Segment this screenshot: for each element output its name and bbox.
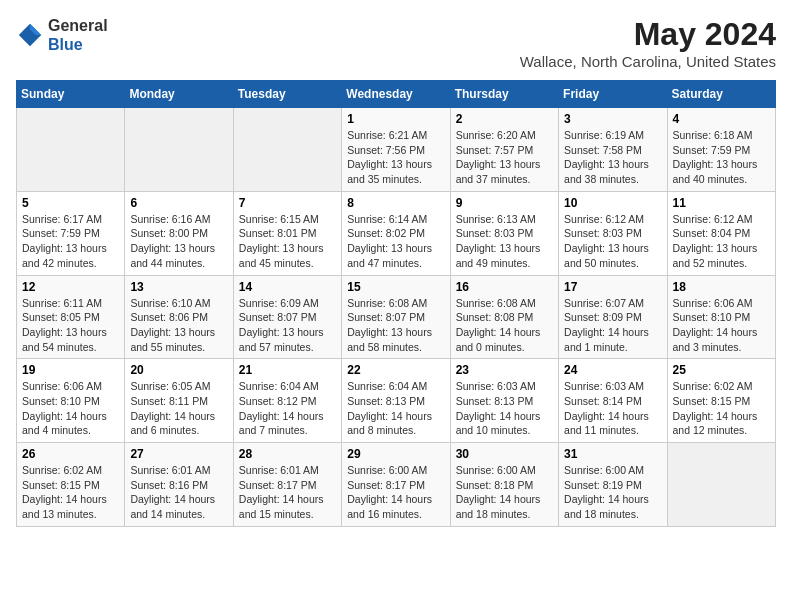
- day-number: 9: [456, 196, 553, 210]
- day-info: Sunrise: 6:17 AMSunset: 7:59 PMDaylight:…: [22, 212, 119, 271]
- day-number: 22: [347, 363, 444, 377]
- calendar-cell: 1Sunrise: 6:21 AMSunset: 7:56 PMDaylight…: [342, 108, 450, 192]
- day-info: Sunrise: 6:06 AMSunset: 8:10 PMDaylight:…: [22, 379, 119, 438]
- calendar-cell: 20Sunrise: 6:05 AMSunset: 8:11 PMDayligh…: [125, 359, 233, 443]
- calendar-cell: 29Sunrise: 6:00 AMSunset: 8:17 PMDayligh…: [342, 443, 450, 527]
- calendar-cell: 6Sunrise: 6:16 AMSunset: 8:00 PMDaylight…: [125, 191, 233, 275]
- day-header-tuesday: Tuesday: [233, 81, 341, 108]
- calendar-cell: 26Sunrise: 6:02 AMSunset: 8:15 PMDayligh…: [17, 443, 125, 527]
- day-info: Sunrise: 6:16 AMSunset: 8:00 PMDaylight:…: [130, 212, 227, 271]
- day-header-saturday: Saturday: [667, 81, 775, 108]
- day-info: Sunrise: 6:01 AMSunset: 8:17 PMDaylight:…: [239, 463, 336, 522]
- calendar-cell: 30Sunrise: 6:00 AMSunset: 8:18 PMDayligh…: [450, 443, 558, 527]
- day-header-sunday: Sunday: [17, 81, 125, 108]
- day-info: Sunrise: 6:12 AMSunset: 8:04 PMDaylight:…: [673, 212, 770, 271]
- day-number: 5: [22, 196, 119, 210]
- day-number: 31: [564, 447, 661, 461]
- day-info: Sunrise: 6:00 AMSunset: 8:19 PMDaylight:…: [564, 463, 661, 522]
- calendar-cell: [233, 108, 341, 192]
- calendar-cell: 15Sunrise: 6:08 AMSunset: 8:07 PMDayligh…: [342, 275, 450, 359]
- day-number: 8: [347, 196, 444, 210]
- title-block: May 2024 Wallace, North Carolina, United…: [520, 16, 776, 70]
- day-info: Sunrise: 6:08 AMSunset: 8:08 PMDaylight:…: [456, 296, 553, 355]
- day-info: Sunrise: 6:21 AMSunset: 7:56 PMDaylight:…: [347, 128, 444, 187]
- day-info: Sunrise: 6:14 AMSunset: 8:02 PMDaylight:…: [347, 212, 444, 271]
- day-info: Sunrise: 6:08 AMSunset: 8:07 PMDaylight:…: [347, 296, 444, 355]
- day-number: 13: [130, 280, 227, 294]
- day-number: 20: [130, 363, 227, 377]
- calendar-cell: 22Sunrise: 6:04 AMSunset: 8:13 PMDayligh…: [342, 359, 450, 443]
- calendar-cell: 17Sunrise: 6:07 AMSunset: 8:09 PMDayligh…: [559, 275, 667, 359]
- calendar-cell: 2Sunrise: 6:20 AMSunset: 7:57 PMDaylight…: [450, 108, 558, 192]
- day-info: Sunrise: 6:12 AMSunset: 8:03 PMDaylight:…: [564, 212, 661, 271]
- day-info: Sunrise: 6:03 AMSunset: 8:13 PMDaylight:…: [456, 379, 553, 438]
- logo-general: General: [48, 17, 108, 34]
- calendar-cell: 31Sunrise: 6:00 AMSunset: 8:19 PMDayligh…: [559, 443, 667, 527]
- day-number: 26: [22, 447, 119, 461]
- logo-blue: Blue: [48, 36, 83, 53]
- day-number: 17: [564, 280, 661, 294]
- calendar-cell: 8Sunrise: 6:14 AMSunset: 8:02 PMDaylight…: [342, 191, 450, 275]
- day-info: Sunrise: 6:05 AMSunset: 8:11 PMDaylight:…: [130, 379, 227, 438]
- day-number: 30: [456, 447, 553, 461]
- day-header-friday: Friday: [559, 81, 667, 108]
- logo: General Blue: [16, 16, 108, 54]
- calendar-cell: [667, 443, 775, 527]
- calendar-header-row: SundayMondayTuesdayWednesdayThursdayFrid…: [17, 81, 776, 108]
- day-info: Sunrise: 6:00 AMSunset: 8:18 PMDaylight:…: [456, 463, 553, 522]
- day-number: 2: [456, 112, 553, 126]
- day-info: Sunrise: 6:10 AMSunset: 8:06 PMDaylight:…: [130, 296, 227, 355]
- day-header-wednesday: Wednesday: [342, 81, 450, 108]
- day-info: Sunrise: 6:02 AMSunset: 8:15 PMDaylight:…: [673, 379, 770, 438]
- calendar-cell: 25Sunrise: 6:02 AMSunset: 8:15 PMDayligh…: [667, 359, 775, 443]
- calendar-cell: 21Sunrise: 6:04 AMSunset: 8:12 PMDayligh…: [233, 359, 341, 443]
- calendar-cell: 24Sunrise: 6:03 AMSunset: 8:14 PMDayligh…: [559, 359, 667, 443]
- calendar-cell: 28Sunrise: 6:01 AMSunset: 8:17 PMDayligh…: [233, 443, 341, 527]
- day-number: 25: [673, 363, 770, 377]
- calendar-cell: 16Sunrise: 6:08 AMSunset: 8:08 PMDayligh…: [450, 275, 558, 359]
- logo-text: General Blue: [48, 16, 108, 54]
- day-info: Sunrise: 6:13 AMSunset: 8:03 PMDaylight:…: [456, 212, 553, 271]
- calendar-cell: 11Sunrise: 6:12 AMSunset: 8:04 PMDayligh…: [667, 191, 775, 275]
- calendar-cell: 14Sunrise: 6:09 AMSunset: 8:07 PMDayligh…: [233, 275, 341, 359]
- calendar-cell: 19Sunrise: 6:06 AMSunset: 8:10 PMDayligh…: [17, 359, 125, 443]
- day-number: 15: [347, 280, 444, 294]
- main-title: May 2024: [520, 16, 776, 53]
- day-number: 18: [673, 280, 770, 294]
- day-number: 6: [130, 196, 227, 210]
- calendar-cell: 12Sunrise: 6:11 AMSunset: 8:05 PMDayligh…: [17, 275, 125, 359]
- day-number: 10: [564, 196, 661, 210]
- location-subtitle: Wallace, North Carolina, United States: [520, 53, 776, 70]
- day-info: Sunrise: 6:19 AMSunset: 7:58 PMDaylight:…: [564, 128, 661, 187]
- day-number: 27: [130, 447, 227, 461]
- day-info: Sunrise: 6:06 AMSunset: 8:10 PMDaylight:…: [673, 296, 770, 355]
- calendar-cell: [17, 108, 125, 192]
- day-number: 29: [347, 447, 444, 461]
- day-info: Sunrise: 6:18 AMSunset: 7:59 PMDaylight:…: [673, 128, 770, 187]
- calendar-cell: 4Sunrise: 6:18 AMSunset: 7:59 PMDaylight…: [667, 108, 775, 192]
- day-info: Sunrise: 6:15 AMSunset: 8:01 PMDaylight:…: [239, 212, 336, 271]
- calendar-cell: 13Sunrise: 6:10 AMSunset: 8:06 PMDayligh…: [125, 275, 233, 359]
- day-number: 3: [564, 112, 661, 126]
- calendar-table: SundayMondayTuesdayWednesdayThursdayFrid…: [16, 80, 776, 527]
- day-info: Sunrise: 6:20 AMSunset: 7:57 PMDaylight:…: [456, 128, 553, 187]
- page-header: General Blue May 2024 Wallace, North Car…: [16, 16, 776, 70]
- day-info: Sunrise: 6:01 AMSunset: 8:16 PMDaylight:…: [130, 463, 227, 522]
- week-row-4: 19Sunrise: 6:06 AMSunset: 8:10 PMDayligh…: [17, 359, 776, 443]
- day-number: 21: [239, 363, 336, 377]
- day-info: Sunrise: 6:02 AMSunset: 8:15 PMDaylight:…: [22, 463, 119, 522]
- week-row-3: 12Sunrise: 6:11 AMSunset: 8:05 PMDayligh…: [17, 275, 776, 359]
- day-number: 23: [456, 363, 553, 377]
- day-header-monday: Monday: [125, 81, 233, 108]
- day-number: 14: [239, 280, 336, 294]
- day-number: 4: [673, 112, 770, 126]
- logo-icon: [16, 21, 44, 49]
- day-number: 16: [456, 280, 553, 294]
- week-row-2: 5Sunrise: 6:17 AMSunset: 7:59 PMDaylight…: [17, 191, 776, 275]
- day-number: 1: [347, 112, 444, 126]
- day-number: 28: [239, 447, 336, 461]
- day-number: 12: [22, 280, 119, 294]
- week-row-1: 1Sunrise: 6:21 AMSunset: 7:56 PMDaylight…: [17, 108, 776, 192]
- day-info: Sunrise: 6:04 AMSunset: 8:12 PMDaylight:…: [239, 379, 336, 438]
- day-number: 24: [564, 363, 661, 377]
